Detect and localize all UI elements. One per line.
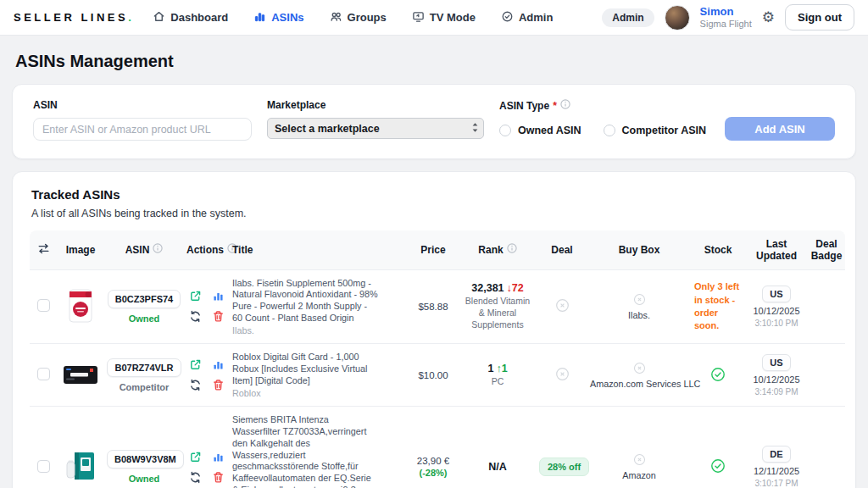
nav-label: TV Mode xyxy=(430,11,476,24)
nav-label: Groups xyxy=(348,11,387,24)
price-discount: (-28%) xyxy=(410,468,456,478)
info-icon[interactable] xyxy=(507,243,517,256)
row-checkbox[interactable] xyxy=(37,299,50,312)
marketplace-select[interactable]: Select a marketplace xyxy=(267,118,484,139)
trash-icon[interactable] xyxy=(212,471,225,484)
user-name[interactable]: Simon xyxy=(700,6,752,19)
radio-circle xyxy=(499,125,511,136)
product-image[interactable] xyxy=(62,287,99,324)
asin-code[interactable]: B07RZ74VLR xyxy=(107,358,181,377)
user-company: Sigma Flight xyxy=(700,19,752,30)
refresh-icon[interactable] xyxy=(189,310,202,323)
asin-input[interactable] xyxy=(33,118,252,141)
rank-change-down: ↓72 xyxy=(507,282,524,294)
table-row: B08W9V3V8MOwned Siemens BRITA Intenza Wa… xyxy=(30,407,845,488)
external-link-icon[interactable] xyxy=(189,451,202,463)
gear-icon[interactable]: ⚙ xyxy=(762,10,775,25)
nav-item-groups[interactable]: Groups xyxy=(330,10,387,25)
table-header-row: Image ASIN Actions Title Price Rank Deal… xyxy=(30,230,845,269)
sign-out-button[interactable]: Sign out xyxy=(785,4,854,30)
product-brand: Roblox xyxy=(232,388,379,398)
tracked-asins-table: Image ASIN Actions Title Price Rank Deal… xyxy=(30,230,845,488)
deal-badge-cell xyxy=(808,344,845,407)
column-header-deal-badge[interactable]: Deal Badge xyxy=(808,230,845,269)
stock-warning: Only 3 left in stock - order soon. xyxy=(694,280,742,333)
row-checkbox[interactable] xyxy=(37,460,50,473)
row-checkbox[interactable] xyxy=(37,368,50,380)
rank-value: N/A xyxy=(461,461,534,473)
product-title[interactable]: Siemens BRITA Intenza Wasserfilter TZ700… xyxy=(232,414,379,488)
updated-time: 3:14:09 PM xyxy=(748,387,805,396)
home-icon xyxy=(153,10,165,25)
buybox-status-icon xyxy=(590,362,688,376)
select-arrows-icon xyxy=(471,122,479,136)
external-link-icon[interactable] xyxy=(189,358,202,371)
asin-type-label: Competitor xyxy=(107,382,181,392)
product-image[interactable] xyxy=(62,447,99,485)
nav-item-asins[interactable]: ASINs xyxy=(253,10,303,25)
chart-icon[interactable] xyxy=(212,358,225,371)
nav-item-dashboard[interactable]: Dashboard xyxy=(153,10,228,25)
asin-type-label: Owned xyxy=(107,313,181,324)
buybox-status-icon xyxy=(590,293,688,308)
refresh-icon[interactable] xyxy=(189,471,202,484)
tracked-asins-subtitle: A list of all ASINs being tracked in the… xyxy=(13,208,855,219)
in-stock-icon xyxy=(710,465,726,475)
product-title[interactable]: Roblox Digital Gift Card - 1,000 Robux [… xyxy=(232,352,379,386)
chart-icon[interactable] xyxy=(212,451,225,463)
column-header-buybox[interactable]: Buy Box xyxy=(587,230,691,269)
info-icon[interactable] xyxy=(560,99,570,112)
table-row: B0CZ3PFS74Owned Ilabs. Fisetin Supplemen… xyxy=(30,269,845,344)
product-title[interactable]: Ilabs. Fisetin Supplement 500mg - Natura… xyxy=(232,278,379,324)
column-header-deal[interactable]: Deal xyxy=(537,230,587,269)
nav-label: Dashboard xyxy=(170,11,228,24)
external-link-icon[interactable] xyxy=(189,290,202,302)
info-icon[interactable] xyxy=(153,243,163,256)
tracked-asins-title: Tracked ASINs xyxy=(13,187,855,202)
asin-code[interactable]: B0CZ3PFS74 xyxy=(108,290,181,308)
deal-discount-badge: 28% off xyxy=(539,458,589,476)
role-badge: Admin xyxy=(602,8,654,27)
column-header-actions[interactable]: Actions xyxy=(184,230,230,269)
deal-badge-cell xyxy=(808,407,845,488)
chart-icon[interactable] xyxy=(212,290,225,302)
shield-check-icon xyxy=(501,10,514,25)
column-header-rank[interactable]: Rank xyxy=(459,230,537,269)
logo-dot: . xyxy=(128,11,134,24)
nav-item-admin[interactable]: Admin xyxy=(501,10,553,25)
avatar[interactable] xyxy=(665,5,690,30)
add-asin-button[interactable]: Add ASIN xyxy=(725,117,835,141)
radio-owned-asin[interactable]: Owned ASIN xyxy=(499,125,581,136)
rank-value: 32,381↓72 xyxy=(461,282,534,294)
nav-item-tv-mode[interactable]: TV Mode xyxy=(412,10,476,25)
main-nav: Dashboard ASINs Groups TV Mode Admin xyxy=(153,10,553,25)
column-header-price[interactable]: Price xyxy=(408,230,459,269)
asin-code[interactable]: B08W9V3V8M xyxy=(107,450,184,469)
no-deal-icon xyxy=(555,304,570,314)
country-badge: DE xyxy=(762,446,790,463)
rank-category: PC xyxy=(465,376,531,388)
radio-circle xyxy=(604,125,615,136)
column-header-last-updated[interactable]: Last Updated xyxy=(745,230,808,269)
column-header-stock[interactable]: Stock xyxy=(691,230,745,269)
refresh-icon[interactable] xyxy=(189,379,202,391)
rank-category: Blended Vitamin & Mineral Supplements xyxy=(465,296,531,330)
buybox-seller: Amazon.com Services LLC xyxy=(590,379,688,389)
radio-competitor-asin[interactable]: Competitor ASIN xyxy=(604,125,707,136)
price-value: 23,90 € xyxy=(410,456,456,466)
price-value: $10.00 xyxy=(418,370,448,380)
column-header-image[interactable]: Image xyxy=(57,230,104,269)
updated-date: 10/12/2025 xyxy=(748,306,805,316)
bar-chart-icon xyxy=(253,10,266,25)
trash-icon[interactable] xyxy=(212,379,225,391)
trash-icon[interactable] xyxy=(212,310,225,323)
user-info: Simon Sigma Flight xyxy=(700,6,752,30)
swap-columns-icon[interactable] xyxy=(36,246,51,258)
product-image[interactable] xyxy=(62,356,99,393)
column-header-asin[interactable]: ASIN xyxy=(104,230,184,269)
page-title: ASINs Management xyxy=(0,36,868,84)
marketplace-label: Marketplace xyxy=(267,99,484,111)
brand-logo: SELLER LINES. xyxy=(14,11,134,24)
buybox-seller: Amazon xyxy=(590,470,688,480)
column-header-title[interactable]: Title xyxy=(230,230,408,269)
